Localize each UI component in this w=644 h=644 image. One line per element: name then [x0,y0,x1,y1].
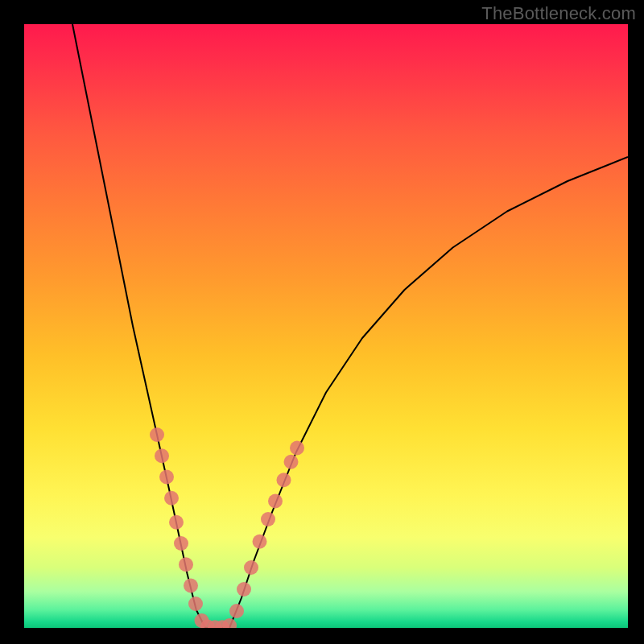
series-group [72,24,628,628]
marker-dot [290,441,304,456]
plot-area [24,24,628,628]
marker-dot [164,491,179,506]
marker-dot [244,560,258,575]
series-left-branch [72,24,205,628]
watermark-text: TheBottleneck.com [481,3,636,24]
marker-dot [179,557,193,572]
marker-dot [169,515,184,530]
marker-group [150,427,304,628]
marker-dot [159,470,174,485]
marker-dot [277,473,291,487]
marker-dot [253,535,267,549]
series-right-branch [229,157,628,628]
marker-dot [268,494,283,509]
marker-dot [261,512,275,526]
marker-dot [222,618,237,628]
marker-dot [284,455,299,469]
marker-dot [188,597,203,611]
marker-dot [229,604,244,618]
marker-dot [155,448,169,463]
marker-dot [237,582,251,597]
marker-dot [150,427,164,442]
outer-frame: TheBottleneck.com [0,0,644,644]
marker-dot [174,536,188,551]
curve-layer [24,24,628,628]
marker-dot [184,579,198,593]
